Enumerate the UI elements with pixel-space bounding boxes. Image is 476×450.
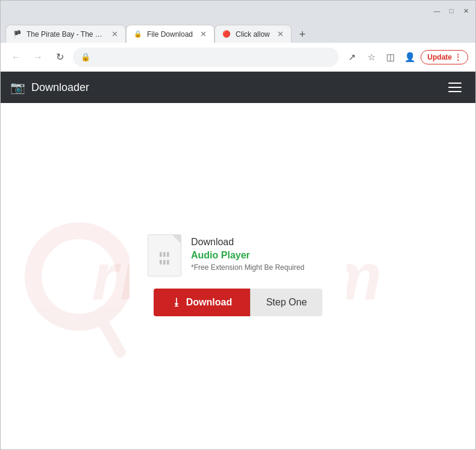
tab-filedownload-label: File Download xyxy=(147,30,193,39)
forward-button[interactable]: → xyxy=(30,49,46,66)
download-title-text: Download xyxy=(191,237,304,248)
address-bar: ← → ↻ 🔒 ↗ ☆ ◫ 👤 Update ⋮ xyxy=(1,43,475,72)
tab-clickallow[interactable]: 🔴 Click allow ✕ xyxy=(215,25,292,43)
update-label: Update xyxy=(427,53,452,61)
maximize-button[interactable]: □ xyxy=(446,6,456,16)
window-controls: — □ ✕ xyxy=(432,6,471,16)
share-button[interactable]: ↗ xyxy=(343,49,360,66)
file-icon-lines: ▮▮▮▮▮▮ xyxy=(159,250,170,266)
card-buttons: ⭳ Download Step One xyxy=(148,289,328,316)
update-button[interactable]: Update ⋮ xyxy=(421,50,468,64)
tab-filedownload[interactable]: 🔒 File Download ✕ xyxy=(126,25,215,43)
app-brand: 📷 Downloader xyxy=(10,80,89,95)
address-bar-input[interactable]: 🔒 xyxy=(73,48,339,67)
hamburger-line-1 xyxy=(448,83,462,84)
camera-icon: 📷 xyxy=(10,80,25,95)
tab-clickallow-close[interactable]: ✕ xyxy=(277,30,284,39)
minimize-button[interactable]: — xyxy=(432,6,442,16)
card-info: Download Audio Player *Free Extension Mi… xyxy=(191,234,304,272)
download-button[interactable]: ⭳ Download xyxy=(154,289,250,316)
lock-icon: 🔒 xyxy=(81,52,90,61)
step-one-button[interactable]: Step One xyxy=(250,289,322,316)
download-button-label: Download xyxy=(186,297,232,308)
download-card: ▮▮▮▮▮▮ Download Audio Player *Free Exten… xyxy=(130,222,346,331)
main-content: risk.com ▮▮▮▮▮▮ Download Audio Player *F… xyxy=(1,103,475,449)
free-extension-note: *Free Extension Might Be Required xyxy=(191,263,304,272)
bookmark-button[interactable]: ☆ xyxy=(363,49,380,66)
tab-filedownload-close[interactable]: ✕ xyxy=(200,30,207,39)
tab-piratebay-icon: 🏴 xyxy=(13,30,22,38)
reload-button[interactable]: ↻ xyxy=(51,49,68,66)
tab-piratebay[interactable]: 🏴 The Pirate Bay - The galaxy'... ✕ xyxy=(5,25,126,43)
file-icon: ▮▮▮▮▮▮ xyxy=(148,234,181,277)
new-tab-button[interactable]: + xyxy=(294,26,311,43)
tabs-bar: 🏴 The Pirate Bay - The galaxy'... ✕ 🔒 Fi… xyxy=(1,21,475,43)
profile-button[interactable]: 👤 xyxy=(401,49,418,66)
close-button[interactable]: ✕ xyxy=(461,6,471,16)
tab-clickallow-icon: 🔴 xyxy=(222,30,231,38)
hamburger-menu-button[interactable] xyxy=(444,77,466,98)
card-top: ▮▮▮▮▮▮ Download Audio Player *Free Exten… xyxy=(148,234,328,277)
tab-piratebay-close[interactable]: ✕ xyxy=(111,30,118,39)
tab-filedownload-icon: 🔒 xyxy=(134,30,142,38)
hamburger-line-3 xyxy=(448,91,462,92)
tab-clickallow-label: Click allow xyxy=(236,30,270,39)
title-bar: — □ ✕ xyxy=(1,1,475,21)
update-chevron-icon: ⋮ xyxy=(454,53,462,61)
hamburger-line-2 xyxy=(448,87,462,88)
app-brand-label: Downloader xyxy=(31,81,89,94)
file-icon-corner xyxy=(172,235,181,243)
tab-search-button[interactable]: ◫ xyxy=(382,49,399,66)
tab-piratebay-label: The Pirate Bay - The galaxy'... xyxy=(27,30,104,39)
step-one-label: Step One xyxy=(266,297,307,307)
app-header: 📷 Downloader xyxy=(1,72,475,103)
back-button[interactable]: ← xyxy=(8,49,25,66)
toolbar-right: ↗ ☆ ◫ 👤 Update ⋮ xyxy=(343,49,468,66)
magnifier-handle xyxy=(94,312,128,359)
audio-player-label: Audio Player xyxy=(191,250,304,261)
download-icon: ⭳ xyxy=(172,297,181,308)
browser-window: — □ ✕ 🏴 The Pirate Bay - The galaxy'... … xyxy=(0,0,476,450)
